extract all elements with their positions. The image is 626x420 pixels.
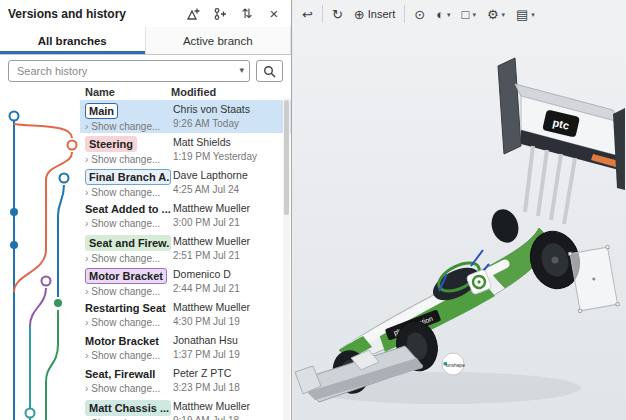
insert-button[interactable]: ⊕ Insert (349, 5, 400, 24)
search-row: ▾ (0, 55, 291, 85)
modified-time: 3:00 PM Jul 21 (173, 217, 287, 228)
modified-time: 2:51 PM Jul 21 (173, 250, 287, 261)
show-changes-link[interactable]: › Show change... (85, 218, 173, 229)
expand-chevron-icon: › (85, 254, 88, 264)
show-changes-link[interactable]: › Show change... (85, 121, 173, 132)
show-changes-label: Show change... (91, 317, 160, 328)
show-changes-link[interactable]: › Show change... (85, 383, 173, 394)
version-row[interactable]: Motor Bracket › Show change... Domenico … (0, 265, 291, 298)
version-name: Seat and Firew... (85, 235, 171, 251)
panel-header: Versions and history ⇅ × (0, 0, 291, 27)
expand-chevron-icon: › (85, 384, 88, 394)
modified-author: Jonathan Hsu (173, 334, 287, 346)
chevron-down-icon: ▾ (531, 11, 535, 18)
graphics-area: ↩ ↻ ⊕ Insert ⊙ ◐ ▾ □ ▾ ⚙ ▾ ▤ ▾ (293, 0, 626, 420)
version-row[interactable]: Motor Bracket › Show change... Jonathan … (0, 331, 291, 364)
refresh-button[interactable]: ↻ (327, 5, 348, 24)
tab-all-branches[interactable]: All branches (0, 27, 146, 54)
wheel-sticker: onshape (442, 353, 465, 375)
expand-chevron-icon: › (85, 219, 88, 229)
version-row[interactable]: Seat Added to ... › Show change... Matth… (0, 199, 291, 232)
show-changes-link[interactable]: › Show change... (85, 154, 173, 165)
sketch-plane[interactable] (568, 245, 619, 312)
gear-icon: ⚙ (487, 8, 499, 21)
appearance-icon: ◐ (436, 8, 444, 21)
model-viewport[interactable]: ptc ptc education (293, 28, 626, 420)
panel-scrollbar-thumb[interactable] (284, 100, 289, 215)
show-changes-link[interactable]: › Show change... (85, 317, 173, 328)
show-changes-link[interactable]: › Show change... (85, 187, 173, 198)
selection-dropdown[interactable]: □ ▾ (457, 5, 481, 24)
rear-left-wheel[interactable] (487, 206, 522, 246)
show-changes-link[interactable]: › Show change... (85, 253, 173, 264)
expand-chevron-icon: › (85, 188, 88, 198)
version-row[interactable]: Seat, Firewall › Show change... Peter Z … (0, 364, 291, 397)
display-options-icon: ▤ (516, 8, 528, 21)
toolbar-separator (404, 5, 405, 23)
modified-time: 1:19 PM Yesterday (173, 151, 287, 162)
versions-history-panel: Versions and history ⇅ × All branches Ac… (0, 0, 292, 420)
modified-time: 3:23 PM Jul 18 (173, 382, 287, 393)
toolbar-separator (322, 5, 323, 23)
search-input[interactable] (8, 60, 250, 82)
version-name: Main (85, 103, 118, 119)
rear-wing[interactable]: ptc (498, 58, 625, 224)
version-row[interactable]: Seat and Firew... › Show change... Matth… (0, 232, 291, 265)
chevron-down-icon: ▾ (502, 11, 506, 18)
version-name: Seat Added to ... (85, 202, 171, 216)
modified-time: 4:25 AM Jul 24 (173, 184, 287, 195)
search-button[interactable] (256, 60, 283, 82)
version-row[interactable]: Steering › Show change... Matt Shields 1… (0, 133, 291, 166)
expand-chevron-icon: › (85, 351, 88, 361)
panel-scrollbar[interactable] (283, 98, 290, 420)
column-headers: Name Modified (0, 85, 291, 100)
show-changes-label: Show change... (91, 253, 160, 264)
history-icon: ⊙ (414, 8, 425, 21)
expand-chevron-icon: › (85, 122, 88, 132)
create-version-icon[interactable] (184, 6, 202, 22)
tab-active-branch[interactable]: Active branch (146, 27, 292, 54)
view-options-dropdown[interactable]: ▤ ▾ (511, 5, 540, 24)
appearance-dropdown[interactable]: ◐ ▾ (431, 5, 455, 24)
version-row[interactable]: Matt Chassis ... › Show change... Matthe… (0, 397, 291, 420)
show-changes-label: Show change... (91, 218, 160, 229)
version-row[interactable]: Final Branch A... › Show change... Dave … (0, 166, 291, 199)
version-list: Main › Show change... Chris von Staats 9… (0, 100, 291, 420)
expand-chevron-icon: › (85, 318, 88, 328)
modified-time: 4:30 PM Jul 19 (173, 316, 287, 327)
modified-author: Dave Lapthorne (173, 169, 287, 181)
show-changes-link[interactable]: › Show change... (85, 350, 173, 361)
wing-struts (525, 146, 575, 224)
tab-all-branches-label: All branches (38, 35, 107, 47)
show-changes-link[interactable]: › Show change... (85, 286, 173, 297)
modified-author: Matthew Mueller (173, 202, 287, 214)
selection-box-icon: □ (462, 8, 470, 21)
modified-time: 2:44 PM Jul 21 (173, 283, 287, 294)
chevron-down-icon: ▾ (447, 11, 451, 18)
show-changes-label: Show change... (91, 154, 160, 165)
branch-tabs: All branches Active branch (0, 27, 291, 55)
create-branch-icon[interactable] (211, 6, 229, 22)
modified-time: 9:26 AM Today (173, 118, 287, 129)
version-name: Seat, Firewall (85, 367, 155, 381)
settings-dropdown[interactable]: ⚙ ▾ (482, 5, 510, 24)
show-changes-label: Show change... (91, 187, 160, 198)
search-icon (263, 65, 276, 78)
panel-title: Versions and history (8, 7, 175, 21)
close-icon[interactable]: × (265, 6, 283, 22)
version-row[interactable]: Main › Show change... Chris von Staats 9… (0, 100, 291, 133)
show-changes-label: Show change... (91, 286, 160, 297)
expand-chevron-icon: › (85, 287, 88, 297)
show-changes-label: Show change... (91, 383, 160, 394)
version-row[interactable]: Restarting Seat › Show change... Matthew… (0, 298, 291, 331)
compare-icon[interactable]: ⇅ (238, 6, 256, 22)
history-button[interactable]: ⊙ (409, 5, 430, 24)
back-button[interactable]: ↩ (297, 5, 318, 24)
car-body[interactable]: ptc education (339, 228, 551, 362)
column-modified: Modified (171, 86, 291, 98)
modified-author: Chris von Staats (173, 103, 287, 115)
version-name: Matt Chassis ... (85, 400, 171, 416)
modified-author: Matthew Mueller (173, 235, 287, 247)
wheel-sticker-text: onshape (446, 362, 465, 368)
expand-chevron-icon: › (85, 155, 88, 165)
